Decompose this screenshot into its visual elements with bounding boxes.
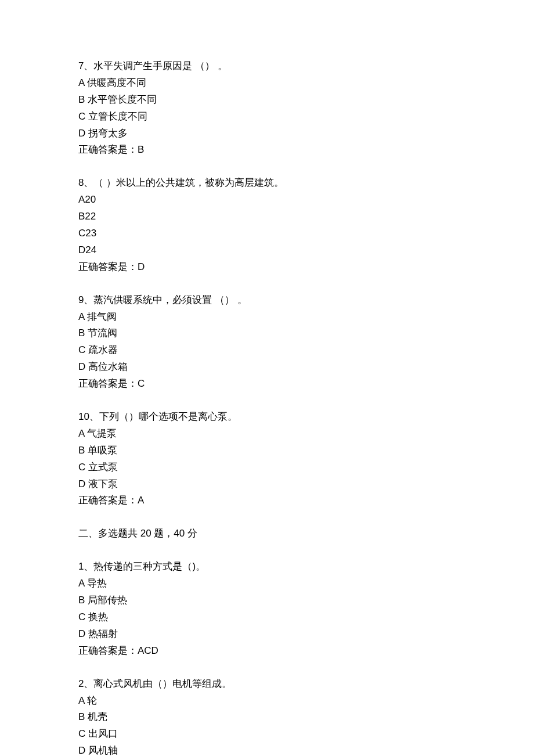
option-c: C 疏水器 (78, 342, 456, 359)
question-body: 离心式风机由（）电机等组成。 (93, 678, 232, 689)
option-label: A (78, 578, 84, 589)
answer-line: 正确答案是：C (78, 376, 456, 393)
option-text: 液下泵 (88, 478, 118, 489)
question-number: 1、 (78, 561, 93, 572)
question-body: 热传递的三种方式是（)。 (93, 561, 205, 572)
answer-value: A (138, 495, 144, 506)
question-text: 2、离心式风机由（）电机等组成。 (78, 676, 456, 693)
option-a: A 供暖高度不同 (78, 75, 456, 92)
answer-label: 正确答案是： (78, 261, 138, 272)
option-text: 局部传热 (88, 595, 127, 606)
option-c: C 出风口 (78, 726, 456, 743)
option-label: B (78, 94, 85, 105)
multi-question-1: 1、热传递的三种方式是（)。 A 导热 B 局部传热 C 换热 D 热辐射 正确… (78, 559, 456, 659)
option-label: A (78, 428, 84, 439)
option-b: B 单吸泵 (78, 442, 456, 459)
option-d: D 拐弯太多 (78, 125, 456, 142)
option-text: 立式泵 (88, 462, 118, 473)
option-text: 出风口 (88, 728, 118, 739)
question-9: 9、蒸汽供暖系统中，必须设置 （） 。 A 排气阀 B 节流阀 C 疏水器 D … (78, 292, 456, 393)
question-body: （ ）米以上的公共建筑，被称为高层建筑。 (93, 177, 284, 188)
question-body: 下列（）哪个选项不是离心泵。 (99, 411, 237, 422)
answer-label: 正确答案是： (78, 495, 138, 506)
answer-line: 正确答案是：A (78, 492, 456, 509)
option-text: 20 (85, 194, 96, 205)
option-text: 高位水箱 (88, 361, 128, 372)
option-label: C (78, 728, 85, 739)
option-d: D24 (78, 242, 456, 259)
option-label: C (78, 344, 85, 355)
question-number: 9、 (78, 294, 93, 305)
question-number: 10、 (78, 411, 99, 422)
answer-label: 正确答案是： (78, 378, 138, 389)
question-text: 10、下列（）哪个选项不是离心泵。 (78, 409, 456, 426)
answer-line: 正确答案是：ACD (78, 643, 456, 660)
question-text: 9、蒸汽供暖系统中，必须设置 （） 。 (78, 292, 456, 309)
answer-label: 正确答案是： (78, 645, 138, 656)
option-text: 机壳 (88, 711, 107, 722)
option-b: B 机壳 (78, 709, 456, 726)
answer-value: D (138, 261, 145, 272)
option-label: D (78, 361, 85, 372)
option-label: C (78, 228, 85, 239)
option-text: 风机轴 (88, 745, 118, 756)
answer-line: 正确答案是：D (78, 259, 456, 276)
option-text: 气提泵 (87, 428, 117, 439)
answer-value: B (138, 144, 144, 155)
option-label: C (78, 111, 85, 122)
option-c: C 换热 (78, 609, 456, 626)
option-d: D 高位水箱 (78, 359, 456, 376)
option-b: B22 (78, 208, 456, 225)
option-label: B (78, 327, 85, 339)
answer-label: 正确答案是： (78, 144, 138, 155)
option-b: B 节流阀 (78, 325, 456, 342)
option-label: A (78, 695, 84, 706)
question-body: 水平失调产生手原因是 （） 。 (93, 60, 227, 71)
option-text: 供暖高度不同 (87, 77, 146, 88)
question-number: 7、 (78, 60, 93, 71)
option-label: D (78, 244, 85, 255)
question-8: 8、（ ）米以上的公共建筑，被称为高层建筑。 A20 B22 C23 D24 正… (78, 175, 456, 275)
option-text: 22 (85, 211, 96, 222)
option-d: D 热辐射 (78, 626, 456, 643)
question-10: 10、下列（）哪个选项不是离心泵。 A 气提泵 B 单吸泵 C 立式泵 D 液下… (78, 409, 456, 509)
option-c: C 立管长度不同 (78, 109, 456, 125)
answer-value: ACD (138, 645, 158, 656)
option-label: B (78, 711, 85, 722)
option-text: 节流阀 (88, 327, 117, 339)
option-label: D (78, 478, 85, 489)
option-b: B 局部传热 (78, 592, 456, 609)
option-c: C23 (78, 225, 456, 242)
answer-value: C (138, 378, 145, 389)
option-text: 拐弯太多 (88, 128, 128, 139)
section-header-multi: 二、多选题共 20 题，40 分 (78, 525, 456, 542)
option-d: D 液下泵 (78, 476, 456, 493)
option-text: 水平管长度不同 (88, 94, 157, 105)
option-a: A20 (78, 192, 456, 208)
option-text: 导热 (87, 578, 107, 589)
option-text: 24 (85, 244, 96, 255)
option-label: B (78, 211, 85, 222)
option-label: C (78, 462, 85, 473)
question-text: 8、（ ）米以上的公共建筑，被称为高层建筑。 (78, 175, 456, 192)
option-text: 单吸泵 (88, 445, 117, 456)
option-label: D (78, 128, 85, 139)
option-text: 立管长度不同 (88, 111, 147, 122)
option-label: A (78, 77, 84, 88)
option-text: 疏水器 (88, 344, 118, 355)
question-number: 8、 (78, 177, 93, 188)
option-label: D (78, 745, 85, 756)
option-label: D (78, 628, 85, 639)
option-a: A 轮 (78, 693, 456, 710)
question-7: 7、水平失调产生手原因是 （） 。 A 供暖高度不同 B 水平管长度不同 C 立… (78, 58, 456, 159)
multi-question-2: 2、离心式风机由（）电机等组成。 A 轮 B 机壳 C 出风口 D 风机轴 E … (78, 676, 456, 756)
option-text: 轮 (87, 695, 97, 706)
option-label: B (78, 445, 85, 456)
answer-line: 正确答案是：B (78, 142, 456, 159)
option-a: A 排气阀 (78, 309, 456, 326)
option-label: A (78, 194, 85, 205)
question-number: 2、 (78, 678, 93, 689)
option-text: 排气阀 (87, 311, 117, 322)
option-a: A 导热 (78, 575, 456, 592)
option-c: C 立式泵 (78, 459, 456, 476)
